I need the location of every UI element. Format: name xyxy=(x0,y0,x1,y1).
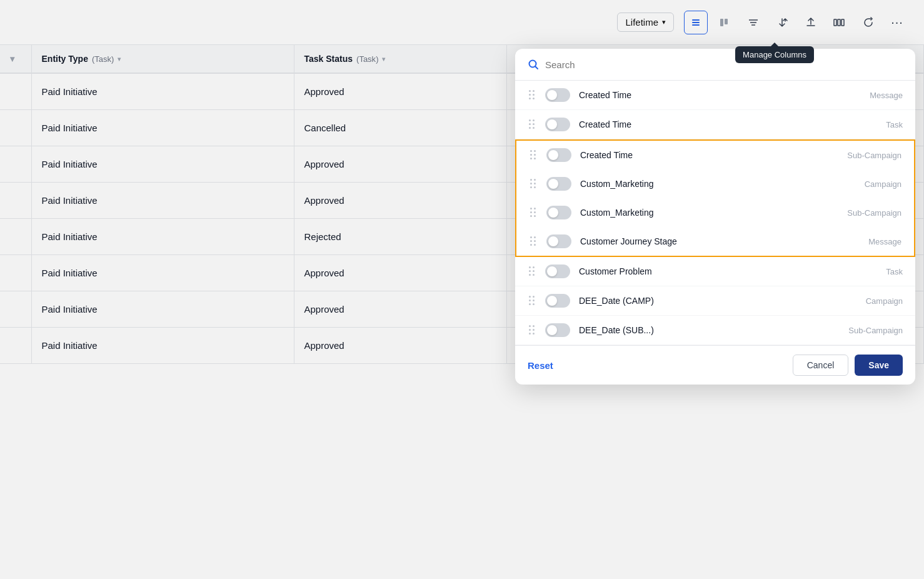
column-label-6: Customer Problem xyxy=(579,266,877,276)
column-type-7: Campaign xyxy=(866,296,903,306)
panel-item[interactable]: DEE_Date (CAMP) Campaign xyxy=(515,286,915,316)
drag-handle[interactable] xyxy=(528,118,536,131)
panel-item[interactable]: Customer Journey Stage Message xyxy=(515,227,915,257)
search-icon xyxy=(528,59,539,70)
column-toggle-3[interactable] xyxy=(546,177,571,191)
drag-handle[interactable] xyxy=(528,295,536,307)
panel-item[interactable]: Customer Problem Task xyxy=(515,257,915,286)
drag-handle[interactable] xyxy=(529,206,538,219)
panel-item[interactable]: Custom_Marketing Sub-Campaign xyxy=(515,198,915,227)
column-toggle-0[interactable] xyxy=(545,88,570,102)
panel-footer: Reset Cancel Save xyxy=(515,345,915,385)
column-type-5: Message xyxy=(868,237,901,246)
column-type-2: Sub-Campaign xyxy=(847,151,901,160)
column-type-0: Message xyxy=(870,91,903,100)
column-type-8: Sub-Campaign xyxy=(848,326,903,335)
drag-handle[interactable] xyxy=(529,178,538,190)
column-label-2: Created Time xyxy=(580,150,838,160)
column-toggle-2[interactable] xyxy=(546,148,571,162)
panel-item[interactable]: Created Time Sub-Campaign xyxy=(515,139,915,169)
manage-columns-tooltip: Manage Columns xyxy=(735,46,814,63)
search-input[interactable] xyxy=(545,59,903,70)
column-toggle-6[interactable] xyxy=(545,264,570,278)
column-label-5: Customer Journey Stage xyxy=(580,236,860,246)
column-label-1: Created Time xyxy=(579,119,877,129)
drag-handle[interactable] xyxy=(529,149,538,161)
panel-item[interactable]: Created Time Task xyxy=(515,110,915,139)
column-label-4: Custom_Marketing xyxy=(580,208,838,218)
column-toggle-5[interactable] xyxy=(546,234,571,248)
column-label-0: Created Time xyxy=(579,90,861,100)
footer-actions: Cancel Save xyxy=(793,355,903,376)
drag-handle[interactable] xyxy=(528,324,536,336)
column-type-4: Sub-Campaign xyxy=(847,208,901,218)
drag-handle[interactable] xyxy=(528,89,536,101)
panel-item[interactable]: Custom_Marketing Campaign xyxy=(515,169,915,198)
drag-handle[interactable] xyxy=(528,265,536,278)
column-type-3: Campaign xyxy=(865,179,901,189)
column-label-8: DEE_Date (SUB...) xyxy=(579,325,840,335)
column-toggle-7[interactable] xyxy=(545,294,570,308)
reset-button[interactable]: Reset xyxy=(528,360,553,371)
column-toggle-1[interactable] xyxy=(545,118,570,131)
save-button[interactable]: Save xyxy=(855,355,903,376)
columns-list: Created Time Message Created Time Task C… xyxy=(515,81,915,345)
panel-item[interactable]: DEE_Date (SUB...) Sub-Campaign xyxy=(515,316,915,345)
column-type-1: Task xyxy=(886,120,903,129)
column-type-6: Task xyxy=(886,267,903,276)
panel-search-container xyxy=(515,49,915,81)
column-label-7: DEE_Date (CAMP) xyxy=(579,296,857,306)
manage-columns-panel: Created Time Message Created Time Task C… xyxy=(515,49,915,385)
column-toggle-4[interactable] xyxy=(546,206,571,219)
drag-handle[interactable] xyxy=(529,235,538,248)
column-toggle-8[interactable] xyxy=(545,323,570,337)
column-label-3: Custom_Marketing xyxy=(580,179,856,189)
cancel-button[interactable]: Cancel xyxy=(793,355,849,376)
panel-item[interactable]: Created Time Message xyxy=(515,81,915,110)
